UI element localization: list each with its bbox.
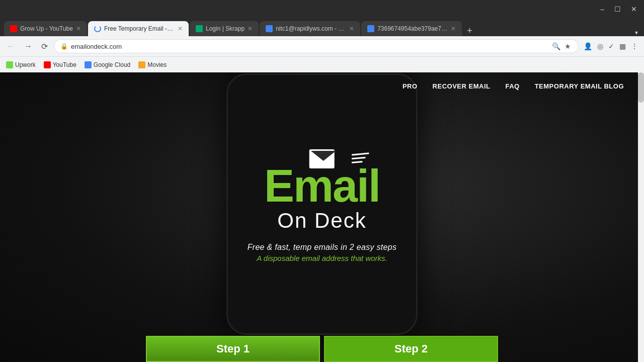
tab-skrapp[interactable]: Login | Skrapp ✕: [190, 21, 259, 36]
close-icon[interactable]: ✕: [628, 4, 640, 14]
extension2-icon[interactable]: ✓: [606, 40, 616, 52]
tab-label-5: 7369674954abe379ae7b079...: [377, 25, 448, 32]
tab-736967[interactable]: 7369674954abe379ae7b079... ✕: [361, 21, 462, 36]
menu-icon[interactable]: ⋮: [629, 40, 640, 52]
url-action-icons: 🔍 ★: [551, 41, 572, 51]
tabs-bar: Grow Up - YouTube ✕ Free Temporary Email…: [0, 18, 644, 36]
bookmark-label-upwork: Upwork: [15, 61, 36, 68]
extension1-icon[interactable]: ◎: [595, 40, 605, 52]
address-bar: ← → ⟳ 🔒 emailondeck.com 🔍 ★ 👤 ◎ ✓ ▦ ⋮: [0, 36, 644, 56]
step2-button[interactable]: Step 2: [324, 336, 498, 362]
logo-container: Email On Deck Free & fast, temp emails i…: [248, 149, 397, 262]
mail-line-3: [351, 161, 362, 163]
tab-overflow-chevron[interactable]: ▾: [633, 29, 640, 36]
tab-label-3: Login | Skrapp: [206, 25, 245, 32]
mail-graphic: [248, 149, 397, 168]
tab-grow-up-youtube[interactable]: Grow Up - YouTube ✕: [4, 21, 87, 36]
tab-favicon-yt: [10, 25, 17, 32]
tab-close-3[interactable]: ✕: [248, 25, 253, 32]
page-content: PRO RECOVER EMAIL FAQ TEMPORARY EMAIL BL…: [0, 72, 644, 362]
back-button[interactable]: ←: [4, 40, 18, 53]
url-text: emailondeck.com: [71, 43, 548, 50]
movies-icon: [138, 61, 145, 68]
logo-ondeck-text: On Deck: [248, 209, 397, 233]
tagline-secondary: A disposable email address that works.: [248, 254, 397, 262]
bookmark-label-youtube: YouTube: [53, 61, 76, 68]
url-input-box[interactable]: 🔒 emailondeck.com 🔍 ★: [54, 39, 579, 53]
search-icon[interactable]: 🔍: [551, 41, 561, 51]
youtube-icon: [44, 61, 51, 68]
website: PRO RECOVER EMAIL FAQ TEMPORARY EMAIL BL…: [0, 72, 644, 362]
new-tab-button[interactable]: +: [465, 26, 474, 36]
steps-section: Step 1 Step 2: [146, 336, 498, 362]
tab-close-4[interactable]: ✕: [349, 25, 354, 32]
nav-temp-blog[interactable]: TEMPORARY EMAIL BLOG: [535, 82, 624, 90]
mail-line-2: [351, 157, 365, 159]
bookmark-movies[interactable]: Movies: [138, 61, 167, 68]
mail-lines-decoration: [351, 153, 369, 163]
mail-line-1: [351, 152, 369, 155]
tab-nitc1[interactable]: nitc1@rapidlyws.com - Goo... ✕: [260, 21, 360, 36]
nav-recover-email[interactable]: RECOVER EMAIL: [433, 82, 491, 90]
profile-icon[interactable]: 👤: [582, 40, 594, 52]
reload-button[interactable]: ⟳: [38, 40, 51, 53]
window-controls: – ☐ ✕: [597, 4, 640, 14]
bookmark-label-gcloud: Google Cloud: [94, 61, 130, 68]
bookmark-youtube[interactable]: YouTube: [44, 61, 76, 68]
gcloud-icon: [85, 61, 92, 68]
mail-box-icon: [309, 149, 335, 168]
bookmark-upwork[interactable]: Upwork: [6, 61, 36, 68]
tab-label-1: Grow Up - YouTube: [20, 25, 73, 32]
nav-pro[interactable]: PRO: [403, 82, 418, 90]
site-nav: PRO RECOVER EMAIL FAQ TEMPORARY EMAIL BL…: [0, 72, 644, 100]
forward-button[interactable]: →: [21, 40, 35, 53]
tab-favicon-google: [266, 25, 273, 32]
star-icon[interactable]: ★: [564, 41, 572, 51]
scrollbar[interactable]: [638, 72, 644, 362]
bookmarks-bar: Upwork YouTube Google Cloud Movies: [0, 56, 644, 72]
tab-label-4: nitc1@rapidlyws.com - Goo...: [276, 25, 346, 32]
tab-favicon-loading: [94, 25, 101, 32]
maximize-icon[interactable]: ☐: [611, 4, 624, 14]
tab-emailondeck[interactable]: Free Temporary Email - Ema... ✕: [88, 21, 189, 36]
tab-label-2: Free Temporary Email - Ema...: [104, 25, 175, 32]
tagline-primary: Free & fast, temp emails in 2 easy steps: [248, 243, 397, 252]
nav-faq[interactable]: FAQ: [505, 82, 519, 90]
bookmark-google-cloud[interactable]: Google Cloud: [85, 61, 130, 68]
minimize-icon[interactable]: –: [597, 4, 607, 14]
tab-close-1[interactable]: ✕: [76, 25, 81, 32]
bookmark-label-movies: Movies: [147, 61, 167, 68]
lock-icon: 🔒: [60, 43, 68, 50]
title-bar: – ☐ ✕: [0, 0, 644, 18]
tab-favicon-google2: [367, 25, 374, 32]
tab-close-5[interactable]: ✕: [451, 25, 456, 32]
toolbar-icons: 👤 ◎ ✓ ▦ ⋮: [582, 40, 640, 52]
tab-close-2[interactable]: ✕: [178, 25, 183, 32]
tab-favicon-skrapp: [196, 25, 203, 32]
extensions-icon[interactable]: ▦: [617, 40, 628, 52]
step1-button[interactable]: Step 1: [146, 336, 320, 362]
upwork-icon: [6, 61, 13, 68]
logo-email-text: Email: [248, 163, 397, 209]
